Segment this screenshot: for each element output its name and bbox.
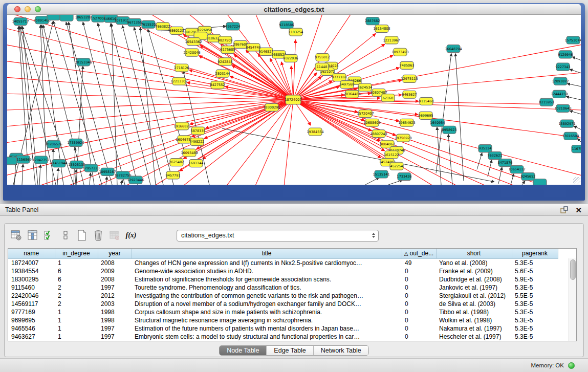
graph-node[interactable]: 12942757 [32,156,49,164]
graph-node[interactable]: 14055717 [12,18,29,26]
column-header-indegree[interactable]: in_degree [55,249,98,258]
column-header-year[interactable]: year [98,249,132,258]
graph-node[interactable]: 3175685 [221,46,235,54]
graph-node[interactable]: 15720407 [357,110,374,118]
table-header[interactable]: namein_degreeyeartitle△out_de...shortpag… [8,249,570,258]
graph-node[interactable]: 7485063 [400,61,415,69]
graph-node[interactable]: 12444159 [551,90,568,98]
graph-node[interactable]: 3624534 [358,83,373,91]
graph-node[interactable]: 10654112 [508,166,525,173]
graph-node[interactable]: 19756928 [395,134,411,142]
graph-node[interactable]: 1691144 [189,160,204,167]
function-builder-button[interactable]: f(x) [124,229,138,242]
table-row[interactable]: 1830029562008Estimation of significance … [8,275,570,283]
graph-node[interactable]: 19166825 [173,122,190,130]
graph-node[interactable]: 10973493 [391,48,408,56]
graph-node[interactable]: 16648794 [445,45,462,53]
graph-node[interactable]: 10958167 [99,168,116,176]
graph-hub-node[interactable]: 18724007 [285,95,301,104]
table-row[interactable]: 946554611997Estimation of the future num… [8,324,570,333]
graph-node[interactable]: 9227343 [556,63,571,71]
graph-node[interactable]: 10653287 [75,15,92,21]
table-row[interactable]: 1938455462009Genome-wide association stu… [8,267,570,275]
tab-network-table[interactable]: Network Table [313,346,368,355]
graph-node[interactable]: 9860123 [169,27,184,34]
graph-node[interactable]: 11451944 [50,160,67,167]
graph-node[interactable]: 19654923 [398,119,415,126]
table-row[interactable]: 1872400712008Changes of HCN gene express… [8,258,570,267]
graph-node[interactable]: 2887682 [365,17,380,25]
graph-node[interactable]: 7632621 [488,152,503,160]
column-header-name[interactable]: name [8,249,55,258]
table-vertical-scrollbar[interactable] [569,258,576,341]
graph-node[interactable]: 1640954 [430,119,445,126]
graph-node[interactable]: 10688609 [363,119,380,126]
graph-node[interactable]: 20153346 [75,58,92,66]
graph-node[interactable]: 62160 [381,94,395,102]
graph-node[interactable]: 8215953 [539,98,554,106]
graph-node[interactable]: 5878335 [191,127,206,135]
column-header-title[interactable]: title [132,249,402,258]
graph-node[interactable]: 18807243 [370,130,387,138]
close-panel-icon[interactable]: ✕ [575,206,582,214]
graph-node[interactable]: 9115460 [419,97,434,105]
graph-node[interactable]: 9242848 [218,58,233,65]
graph-node[interactable]: 7663822 [156,23,170,30]
graph-node[interactable]: 9755812 [315,54,330,61]
table-row[interactable]: 969969511998Structural magnetic resonanc… [8,316,570,324]
graph-node[interactable]: 6497568 [340,81,355,89]
graph-node[interactable]: 10210643 [554,104,571,112]
graph-node[interactable]: 19384554 [307,128,323,136]
graph-node[interactable]: 20206576 [45,140,62,148]
graph-node[interactable]: 7957224 [226,23,241,30]
graph-node[interactable]: 9777169 [332,74,347,81]
graph-node[interactable]: 12923446 [127,176,144,184]
column-header-pagerank[interactable]: pagerank [512,249,558,258]
graph-node[interactable]: 452254 [390,162,403,170]
graph-node[interactable] [47,15,60,20]
graph-node[interactable]: 9245652 [521,173,536,181]
graph-node[interactable]: 2718126 [175,64,189,72]
table-row[interactable]: 946362711997Embryonic stem cells: a mode… [8,333,570,341]
graph-node[interactable]: 12213967 [383,36,400,44]
graph-node[interactable]: 18300295 [263,103,280,111]
graph-node[interactable] [60,15,73,21]
network-graph-canvas[interactable]: 1405571720891406106532871527002646616010… [7,15,581,185]
graph-node[interactable]: 17957223 [82,164,99,172]
graph-node[interactable]: 16154808 [373,25,390,33]
window-resize-grip-icon[interactable] [573,177,580,184]
tab-edge-table[interactable]: Edge Table [266,346,313,355]
graph-node[interactable]: 1733426 [397,173,412,181]
graph-node[interactable]: 10543362 [185,38,202,46]
select-all-rows-button[interactable] [42,229,56,242]
table-settings-button[interactable] [10,229,23,242]
graph-node[interactable]: 15135141 [373,170,389,178]
graph-node[interactable]: 2803144 [215,70,230,77]
column-header-short[interactable]: short [436,249,512,258]
graph-node[interactable]: 15892971 [558,120,575,127]
graph-node[interactable]: 9463627 [402,91,417,98]
graph-node[interactable]: 9827509 [218,36,233,44]
graph-node[interactable]: 22420046 [183,49,200,56]
graph-node[interactable]: 17359924 [67,139,84,146]
graph-node[interactable]: 20364486 [343,90,360,98]
table-row[interactable]: 2242004622012Investigating the contribut… [8,292,570,300]
graph-node[interactable]: 16093489 [181,149,198,157]
graph-node[interactable]: 4498222 [190,138,205,146]
scrollbar-thumb[interactable] [570,259,576,280]
graph-node[interactable]: 935114 [478,145,492,152]
graph-node[interactable]: 9218586 [279,21,294,29]
graph-node[interactable]: 8958923 [442,126,457,134]
graph-node[interactable]: 15751074 [564,36,581,44]
graph-node[interactable]: 8427552 [210,81,225,89]
table-selector-dropdown[interactable]: citations_edges.txt [177,230,379,242]
graph-node[interactable]: 9457791 [166,171,181,179]
graph-node[interactable]: 12093872 [552,77,569,85]
graph-node[interactable]: 9699695 [419,112,433,119]
graph-node[interactable]: 17016504 [562,132,579,140]
graph-node[interactable]: 12213302 [170,77,187,85]
row-height-button[interactable] [59,229,72,242]
graph-node[interactable]: 12975115 [401,75,418,82]
graph-node[interactable]: 9129946 [558,51,573,58]
graph-node[interactable]: 1615122 [384,151,399,159]
